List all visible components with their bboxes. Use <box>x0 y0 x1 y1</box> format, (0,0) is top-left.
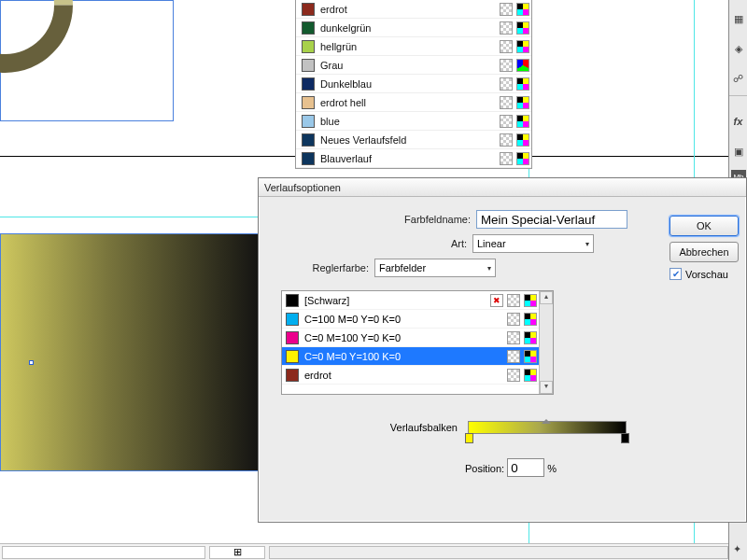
swatch-row[interactable]: Dunkelblau <box>296 75 531 93</box>
swatch-color-chip <box>302 77 315 91</box>
color-name: C=100 M=0 Y=0 K=0 <box>304 314 503 325</box>
swatch-row[interactable]: hellgrün <box>296 37 531 56</box>
swatch-color-chip <box>302 96 315 109</box>
swatch-name: Blauverlauf <box>320 153 496 164</box>
transparency-icon <box>507 313 520 326</box>
transparency-icon <box>507 369 520 382</box>
scroll-up-icon[interactable]: ▴ <box>540 291 553 304</box>
transparency-icon <box>507 294 520 307</box>
swatch-color-chip <box>302 21 315 35</box>
zoom-field[interactable] <box>2 546 205 559</box>
horizontal-scrollbar[interactable] <box>269 546 728 559</box>
transparency-icon <box>500 115 513 128</box>
ramp-label: Verlaufsbalken <box>371 422 458 433</box>
curve-graphic <box>0 0 101 101</box>
color-chip <box>286 350 299 363</box>
swatch-name: blue <box>320 116 496 127</box>
caret-down-icon: ▾ <box>487 264 491 273</box>
dock-divider <box>729 95 747 103</box>
transparency-icon <box>500 21 513 35</box>
transparency-icon <box>500 77 513 91</box>
status-bar: ⊞ <box>0 543 728 560</box>
type-combobox[interactable]: Linear ▾ <box>472 234 594 253</box>
scroll-down-icon[interactable]: ▾ <box>540 381 553 394</box>
anchor-point[interactable] <box>29 360 34 365</box>
transparency-icon <box>500 96 513 109</box>
transparency-icon <box>507 350 520 363</box>
swatch-name-input[interactable] <box>476 210 627 229</box>
field-name-label: Farbfeldname: <box>377 214 471 225</box>
midpoint-diamond-icon[interactable] <box>542 414 551 422</box>
add-page-icon[interactable]: ✦ <box>728 538 746 560</box>
swatch-row[interactable]: Blauverlauf <box>296 149 531 168</box>
color-chip <box>286 313 299 326</box>
type-label: Art: <box>411 238 467 249</box>
swatch-name: Grau <box>320 60 496 71</box>
cmyk-mode-icon <box>524 313 537 326</box>
layers-icon[interactable]: ◈ <box>729 37 747 60</box>
color-list-row[interactable]: erdrot <box>282 366 539 385</box>
color-chip <box>286 331 299 344</box>
swatch-row[interactable]: erdrot hell <box>296 93 531 112</box>
cancel-button[interactable]: Abbrechen <box>669 242 739 262</box>
transparency-icon <box>507 331 520 344</box>
image-frame[interactable] <box>0 0 174 121</box>
swatch-color-list[interactable]: [Schwarz]C=100 M=0 Y=0 K=0C=0 M=100 Y=0 … <box>281 290 554 395</box>
position-unit: % <box>547 463 557 474</box>
cmyk-mode-icon <box>516 77 529 91</box>
no-edit-icon <box>490 294 503 307</box>
swatch-color-chip <box>302 115 315 128</box>
fx-icon[interactable]: fx <box>729 110 747 133</box>
gradient-ramp[interactable] <box>468 421 627 434</box>
swatch-name: Dunkelblau <box>320 78 496 90</box>
rgb-mode-icon <box>516 59 529 72</box>
gradient-rectangle[interactable] <box>0 233 264 471</box>
cmyk-mode-icon <box>516 115 529 128</box>
scrollbar[interactable]: ▴ ▾ <box>539 291 553 394</box>
transparency-icon <box>500 152 513 165</box>
position-input[interactable] <box>507 458 544 477</box>
swatch-row[interactable]: erdrot <box>296 0 531 19</box>
cmyk-mode-icon <box>524 294 537 307</box>
color-list-row[interactable]: C=0 M=100 Y=0 K=0 <box>282 329 539 347</box>
pages-icon[interactable]: ▦ <box>729 7 747 30</box>
gradient-stop-right[interactable] <box>621 433 629 443</box>
position-label: Position: <box>465 463 504 474</box>
page-navigator[interactable]: ⊞ <box>209 546 265 559</box>
type-value: Linear <box>477 238 506 249</box>
transparency-icon <box>500 40 513 53</box>
color-list-row[interactable]: [Schwarz] <box>282 291 539 310</box>
swatch-row[interactable]: dunkelgrün <box>296 19 531 37</box>
cmyk-mode-icon <box>516 96 529 109</box>
cmyk-mode-icon <box>516 21 529 35</box>
swatch-row[interactable]: Grau <box>296 56 531 75</box>
swatch-name: erdrot hell <box>320 97 496 108</box>
swatch-name: Neues Verlaufsfeld <box>320 134 496 146</box>
swatch-color-chip <box>302 152 315 165</box>
cmyk-mode-icon <box>524 350 537 363</box>
swatch-name: erdrot <box>320 4 496 15</box>
transparency-icon <box>500 133 513 147</box>
transparency-icon <box>500 3 513 16</box>
swatch-name: hellgrün <box>320 41 496 52</box>
caret-down-icon: ▾ <box>585 240 589 248</box>
swatch-name: dunkelgrün <box>320 22 496 34</box>
color-name: C=0 M=0 Y=100 K=0 <box>304 351 503 362</box>
swatch-row[interactable]: Neues Verlaufsfeld <box>296 131 531 149</box>
ok-button[interactable]: OK <box>669 216 739 236</box>
preview-label: Vorschau <box>685 269 728 280</box>
color-list-row[interactable]: C=0 M=0 Y=100 K=0 <box>282 347 539 366</box>
object-styles-icon[interactable]: ▣ <box>729 140 747 162</box>
swatches-panel: erdrotdunkelgrünhellgrünGrauDunkelblauer… <box>295 0 532 169</box>
dialog-titlebar[interactable]: Verlaufsoptionen <box>259 178 746 197</box>
cmyk-mode-icon <box>516 133 529 147</box>
preview-checkbox[interactable]: ✔ <box>669 268 682 280</box>
color-list-row[interactable]: C=100 M=0 Y=0 K=0 <box>282 310 539 329</box>
color-chip <box>286 294 299 307</box>
gradient-stop-left[interactable] <box>465 433 473 443</box>
cmyk-mode-icon <box>516 40 529 53</box>
swatch-row[interactable]: blue <box>296 112 531 131</box>
stop-color-combobox[interactable]: Farbfelder ▾ <box>374 259 496 277</box>
links-icon[interactable]: ☍ <box>729 67 747 90</box>
color-name: C=0 M=100 Y=0 K=0 <box>304 332 503 343</box>
